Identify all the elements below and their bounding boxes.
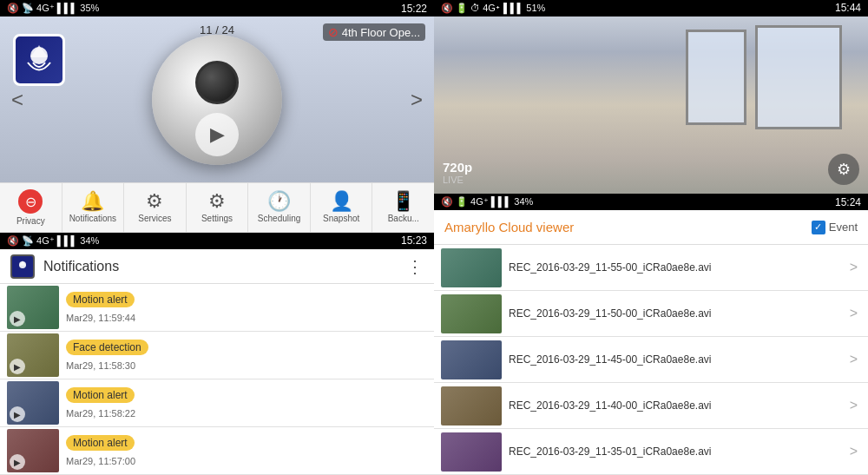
camera-orb[interactable]: ▶ xyxy=(152,35,282,165)
tab-snapshot-label: Snapshot xyxy=(323,214,359,223)
notif-info-3: Motion alert Mar29, 11:58:22 xyxy=(66,386,427,420)
live-room-bg xyxy=(434,16,868,194)
cloud-filename-4: REC_2016-03-29_11-40-00_iCRa0ae8e.avi xyxy=(509,399,843,412)
cloud-title: Amaryllo Cloud viewer xyxy=(444,220,574,234)
notif-play-3: ▶ xyxy=(10,406,25,422)
notif-status-time: 15:23 xyxy=(401,234,427,247)
camera-view[interactable]: 11 / 24 ⊘ 4th Floor Ope... ▶ < > xyxy=(0,16,434,182)
scheduling-icon: 🕐 xyxy=(267,192,291,211)
notif-badge-3: Motion alert xyxy=(66,387,135,403)
status-left-icons: 🔇 📡 4G⁺ ▌▌▌ 35% xyxy=(7,3,99,14)
status-time-top-left: 15:22 xyxy=(401,3,427,15)
notif-time-1: Mar29, 11:59:44 xyxy=(66,313,135,323)
cloud-arrow-4: > xyxy=(850,398,858,413)
status-bar-cloud: 🔇 🔋 4G⁺ ▌▌▌ 34% 15:24 xyxy=(434,194,868,210)
live-badge: 720p LIVE xyxy=(443,160,472,185)
camera-lens xyxy=(195,61,239,104)
notif-info-1: Motion alert Mar29, 11:59:44 xyxy=(66,291,427,325)
services-icon: ⚙ xyxy=(146,192,163,211)
tab-privacy-label: Privacy xyxy=(16,216,45,226)
cloud-thumb-3 xyxy=(441,340,502,379)
tab-notifications-label: Notifications xyxy=(69,214,116,223)
notif-info-4: Motion alert Mar29, 11:57:00 xyxy=(66,434,427,468)
cloud-header: Amaryllo Cloud viewer ✓ Event xyxy=(434,210,868,245)
cloud-file-item-5[interactable]: REC_2016-03-29_11-35-01_iCRa0ae8e.avi > xyxy=(434,429,868,475)
status-bar-top-right: 🔇 🔋 ⏱ 4G⁺ ▌▌▌ 51% 15:44 xyxy=(434,0,868,16)
cloud-filename-5: REC_2016-03-29_11-35-01_iCRa0ae8e.avi xyxy=(509,445,843,458)
event-label: Event xyxy=(829,221,858,234)
cloud-file-item-3[interactable]: REC_2016-03-29_11-45-00_iCRa0ae8e.avi > xyxy=(434,337,868,383)
tab-scheduling-label: Scheduling xyxy=(258,214,300,223)
notifications-list: ▶ Motion alert Mar29, 11:59:44 ▶ Face de… xyxy=(0,284,434,475)
notifications-header: Notifications ⋮ xyxy=(0,249,434,284)
notif-play-4: ▶ xyxy=(10,454,25,470)
notifications-title: Notifications xyxy=(43,259,398,274)
cloud-arrow-2: > xyxy=(850,306,858,321)
backup-icon: 📱 xyxy=(391,192,415,211)
live-status: LIVE xyxy=(443,175,472,185)
tab-services-label: Services xyxy=(138,214,171,223)
cloud-thumb-4 xyxy=(441,386,502,426)
notification-item-2[interactable]: ▶ Face detection Mar29, 11:58:30 xyxy=(0,332,434,379)
nav-next-button[interactable]: > xyxy=(404,81,430,119)
notif-play-2: ▶ xyxy=(10,359,25,374)
cloud-arrow-3: > xyxy=(850,352,858,367)
tab-settings-label: Settings xyxy=(201,214,233,223)
cloud-thumb-2 xyxy=(441,294,502,333)
live-settings-button[interactable]: ⚙ xyxy=(828,154,859,185)
cloud-arrow-1: > xyxy=(850,260,858,275)
room-window-left xyxy=(686,30,746,125)
privacy-icon: ⊖ xyxy=(18,189,43,214)
tab-privacy[interactable]: ⊖ Privacy xyxy=(0,183,62,231)
cloud-file-item-1[interactable]: REC_2016-03-29_11-55-00_iCRa0ae8e.avi > xyxy=(434,245,868,291)
notif-thumb-1: ▶ xyxy=(7,286,59,329)
tab-backup-label: Backu... xyxy=(388,214,419,223)
notif-logo xyxy=(10,254,35,279)
notif-time-3: Mar29, 11:58:22 xyxy=(66,408,135,419)
tab-notifications[interactable]: 🔔 Notifications xyxy=(62,183,125,231)
cloud-file-item-2[interactable]: REC_2016-03-29_11-50-00_iCRa0ae8e.avi > xyxy=(434,291,868,337)
play-button[interactable]: ▶ xyxy=(195,113,239,156)
right-status-icons: 🔇 🔋 ⏱ 4G⁺ ▌▌▌ 51% xyxy=(441,3,545,14)
tab-scheduling[interactable]: 🕐 Scheduling xyxy=(248,183,311,231)
cloud-filename-2: REC_2016-03-29_11-50-00_iCRa0ae8e.avi xyxy=(509,307,843,320)
notif-badge-4: Motion alert xyxy=(66,435,135,451)
notification-item-3[interactable]: ▶ Motion alert Mar29, 11:58:22 xyxy=(0,379,434,427)
cloud-event-filter[interactable]: ✓ Event xyxy=(812,221,858,234)
left-panel: 🔇 📡 4G⁺ ▌▌▌ 35% 15:22 11 / 24 ⊘ 4th Floo… xyxy=(0,0,434,475)
tab-snapshot[interactable]: 👤 Snapshot xyxy=(311,183,373,231)
notif-thumb-2: ▶ xyxy=(7,333,59,377)
notifications-icon: 🔔 xyxy=(81,192,104,211)
notifications-more-button[interactable]: ⋮ xyxy=(406,256,424,277)
cloud-thumb-5 xyxy=(441,432,502,472)
tab-settings[interactable]: ⚙ Settings xyxy=(187,183,249,231)
event-checkbox[interactable]: ✓ xyxy=(812,221,825,234)
status-bar-notif: 🔇 📡 4G⁺ ▌▌▌ 34% 15:23 xyxy=(0,233,434,249)
notif-badge-1: Motion alert xyxy=(66,292,135,307)
cloud-arrow-5: > xyxy=(850,444,858,459)
cloud-status-time: 15:24 xyxy=(835,196,861,208)
notification-item-4[interactable]: ▶ Motion alert Mar29, 11:57:00 xyxy=(0,427,434,475)
camera-title: ⊘ 4th Floor Ope... xyxy=(323,23,425,41)
live-resolution: 720p xyxy=(443,160,472,175)
app-logo xyxy=(13,34,65,86)
notification-item-1[interactable]: ▶ Motion alert Mar29, 11:59:44 xyxy=(0,284,434,332)
status-bar-top-left: 🔇 📡 4G⁺ ▌▌▌ 35% 15:22 xyxy=(0,0,434,16)
tab-services[interactable]: ⚙ Services xyxy=(124,183,187,231)
notif-info-2: Face detection Mar29, 11:58:30 xyxy=(66,339,427,373)
tab-backup[interactable]: 📱 Backu... xyxy=(372,183,434,231)
notif-play-1: ▶ xyxy=(10,311,25,327)
stop-icon: ⊘ xyxy=(328,25,339,39)
nav-prev-button[interactable]: < xyxy=(4,81,30,119)
snapshot-icon: 👤 xyxy=(330,192,353,211)
notif-status-icons: 🔇 📡 4G⁺ ▌▌▌ 34% xyxy=(7,235,99,247)
cloud-filename-3: REC_2016-03-29_11-45-00_iCRa0ae8e.avi xyxy=(509,353,843,366)
live-camera-view[interactable]: 720p LIVE ⚙ xyxy=(434,16,868,194)
cloud-status-icons: 🔇 🔋 4G⁺ ▌▌▌ 34% xyxy=(441,196,533,208)
notif-thumb-4: ▶ xyxy=(7,429,59,472)
notif-thumb-3: ▶ xyxy=(7,381,59,425)
notif-time-2: Mar29, 11:58:30 xyxy=(66,360,135,371)
cloud-panel: Amaryllo Cloud viewer ✓ Event REC_2016-0… xyxy=(434,210,868,475)
cloud-file-item-4[interactable]: REC_2016-03-29_11-40-00_iCRa0ae8e.avi > xyxy=(434,383,868,429)
notif-badge-2: Face detection xyxy=(66,340,148,355)
